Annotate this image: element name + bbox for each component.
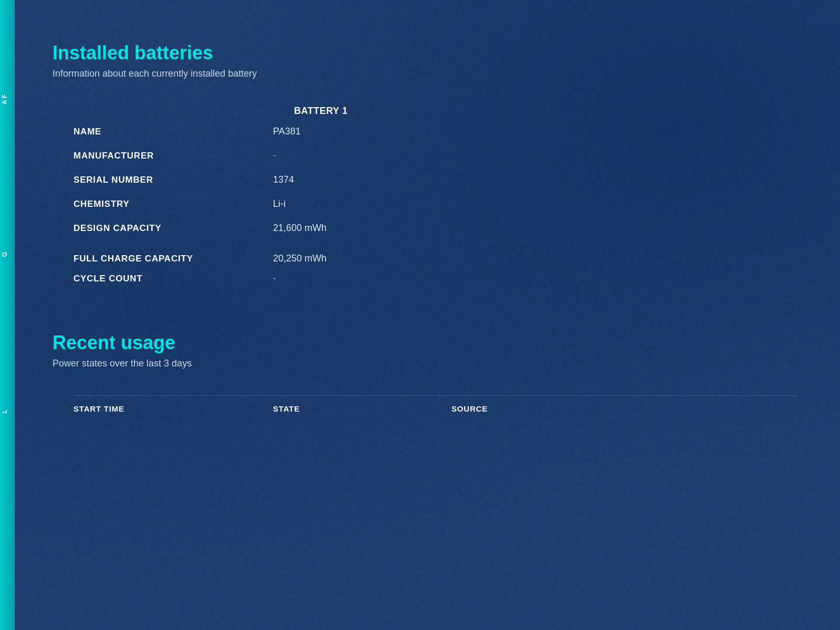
battery-row-name: NAME PA381 <box>74 126 798 143</box>
recent-usage-section: Recent usage Power states over the last … <box>52 332 798 413</box>
value-design-capacity: 21,600 mWh <box>273 223 327 234</box>
label-cycle-count: CYCLE COUNT <box>74 274 273 284</box>
battery-row-full-charge: FULL CHARGE CAPACITY 20,250 mWh <box>74 253 798 270</box>
label-serial-number: SERIAL NUMBER <box>74 175 273 185</box>
label-manufacturer: MANUFACTURER <box>74 151 273 161</box>
battery-row-design-capacity: DESIGN CAPACITY 21,600 mWh <box>74 223 798 239</box>
installed-batteries-section: Installed batteries Information about ea… <box>52 42 798 290</box>
main-content: Installed batteries Information about ea… <box>0 0 840 455</box>
recent-usage-table-header: START TIME STATE SOURCE <box>74 395 798 413</box>
label-chemistry: CHEMISTRY <box>74 199 273 209</box>
sidebar-label-g: G <box>1 252 8 257</box>
col-header-state: STATE <box>273 404 452 413</box>
recent-usage-title: Recent usage <box>52 332 798 354</box>
sidebar-label-l: L <box>1 410 8 413</box>
battery-row-serial: SERIAL NUMBER 1374 <box>74 174 798 191</box>
installed-batteries-title: Installed batteries <box>52 42 798 64</box>
col-header-source: SOURCE <box>452 404 609 413</box>
label-name: NAME <box>74 127 273 137</box>
battery-row-cycle-count: CYCLE COUNT - <box>74 273 798 290</box>
recent-usage-subtitle: Power states over the last 3 days <box>52 358 798 369</box>
battery-row-chemistry: CHEMISTRY Li-i <box>74 198 798 215</box>
col-header-start-time: START TIME <box>74 404 273 413</box>
value-cycle-count: - <box>273 273 276 284</box>
installed-batteries-subtitle: Information about each currently install… <box>52 68 798 79</box>
value-serial-number: 1374 <box>273 174 294 185</box>
left-sidebar-bar: A F G L <box>0 0 15 630</box>
value-chemistry: Li-i <box>273 198 286 209</box>
value-name: PA381 <box>273 126 301 137</box>
label-design-capacity: DESIGN CAPACITY <box>74 223 273 234</box>
value-manufacturer: - <box>273 150 276 161</box>
battery-column-header: BATTERY 1 <box>294 106 798 117</box>
battery-row-manufacturer: MANUFACTURER - <box>74 150 798 167</box>
battery-table: BATTERY 1 NAME PA381 MANUFACTURER - SERI… <box>74 106 798 290</box>
label-full-charge-capacity: FULL CHARGE CAPACITY <box>74 254 273 264</box>
value-full-charge-capacity: 20,250 mWh <box>273 253 327 264</box>
sidebar-label-a: A F <box>1 94 8 104</box>
